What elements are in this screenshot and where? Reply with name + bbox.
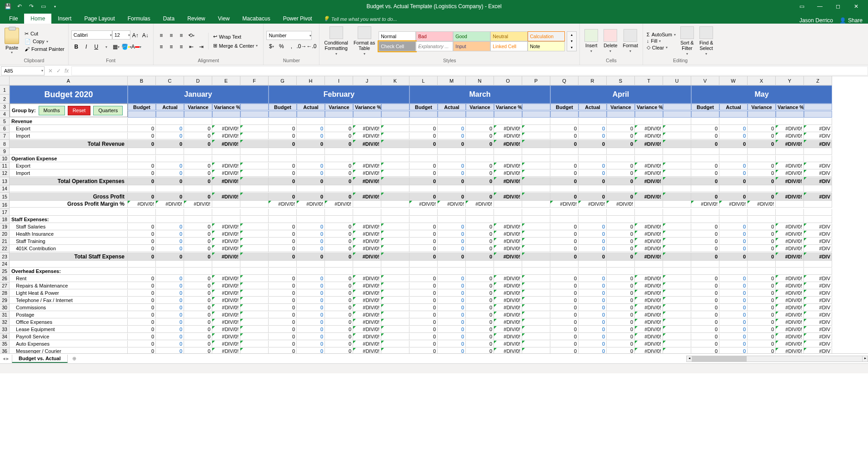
- cell[interactable]: [550, 261, 579, 268]
- cell[interactable]: 0: [607, 348, 635, 353]
- cell[interactable]: 0: [297, 193, 325, 201]
- row-header-21[interactable]: 21: [0, 238, 10, 245]
- cell[interactable]: 0: [579, 348, 607, 353]
- cell[interactable]: 0: [691, 238, 719, 245]
- cell[interactable]: #DIV/0!: [353, 341, 381, 347]
- cell-blank[interactable]: [212, 111, 240, 118]
- cell[interactable]: 0: [269, 341, 297, 347]
- row-label-31[interactable]: Postage: [10, 312, 128, 318]
- col-header-D[interactable]: D: [184, 76, 212, 85]
- cell[interactable]: 0: [579, 283, 607, 289]
- cell[interactable]: [522, 193, 550, 201]
- cell[interactable]: 0: [691, 253, 719, 261]
- cell[interactable]: 0: [297, 140, 325, 148]
- cell[interactable]: [466, 209, 494, 216]
- cell[interactable]: [466, 216, 494, 223]
- cell[interactable]: [184, 261, 212, 268]
- cell[interactable]: [325, 209, 353, 216]
- cell[interactable]: #DIV/0!: [494, 245, 522, 252]
- cell[interactable]: [240, 319, 269, 326]
- cell[interactable]: #DIV/0!: [635, 177, 663, 185]
- cell[interactable]: [128, 148, 156, 155]
- insert-cells-button[interactable]: Insert▾: [583, 28, 600, 54]
- cell[interactable]: #DIV/0!: [212, 283, 240, 289]
- cell[interactable]: 0: [297, 253, 325, 261]
- cell[interactable]: 0: [184, 133, 212, 139]
- cell[interactable]: 0: [719, 125, 748, 132]
- cell[interactable]: [240, 133, 269, 139]
- cell[interactable]: 0: [466, 341, 494, 347]
- cell[interactable]: 0: [128, 319, 156, 326]
- cell[interactable]: [748, 268, 776, 275]
- cell[interactable]: #DIV: [804, 348, 832, 353]
- cell[interactable]: [128, 185, 156, 192]
- section-10[interactable]: Operation Expense: [10, 155, 128, 162]
- cell-blank[interactable]: [297, 111, 325, 118]
- cell[interactable]: 0: [184, 312, 212, 318]
- cell[interactable]: 0: [325, 231, 353, 238]
- cell[interactable]: [184, 118, 212, 125]
- col-header-G[interactable]: G: [269, 76, 297, 85]
- cell[interactable]: [381, 125, 409, 132]
- total-label-23[interactable]: Total Staff Expense: [10, 253, 128, 261]
- cell[interactable]: [156, 268, 184, 275]
- cell[interactable]: [438, 216, 466, 223]
- cell[interactable]: [776, 268, 804, 275]
- cell[interactable]: #DIV/0!: [494, 290, 522, 297]
- cell[interactable]: 0: [607, 290, 635, 297]
- col-header-L[interactable]: L: [409, 76, 438, 85]
- cell[interactable]: [128, 209, 156, 216]
- cell[interactable]: #DIV: [804, 297, 832, 304]
- cell[interactable]: [522, 312, 550, 318]
- cell[interactable]: 0: [184, 333, 212, 340]
- cell[interactable]: #DIV/0!: [212, 231, 240, 238]
- cell[interactable]: [184, 185, 212, 192]
- cell[interactable]: #DIV/0!: [353, 304, 381, 311]
- row-header-7[interactable]: 7: [0, 133, 10, 140]
- redo-icon[interactable]: ↷: [26, 1, 36, 11]
- cell[interactable]: 0: [691, 319, 719, 326]
- align-left-button[interactable]: ≡: [156, 42, 166, 52]
- cell[interactable]: 0: [297, 326, 325, 333]
- cell[interactable]: 0: [297, 319, 325, 326]
- cell[interactable]: [240, 231, 269, 238]
- cell[interactable]: 0: [466, 231, 494, 238]
- minimize-icon[interactable]: —: [811, 0, 829, 13]
- cell[interactable]: [381, 133, 409, 139]
- cell[interactable]: 0: [691, 304, 719, 311]
- cell[interactable]: 0: [550, 170, 579, 177]
- cell[interactable]: 0: [550, 177, 579, 185]
- cell[interactable]: [522, 118, 550, 125]
- col-header-M[interactable]: M: [438, 76, 466, 85]
- cell[interactable]: [269, 118, 297, 125]
- cell[interactable]: 0: [156, 231, 184, 238]
- cell[interactable]: [212, 216, 240, 223]
- find-select-button[interactable]: Find & Select▾: [698, 25, 715, 57]
- cell[interactable]: [663, 223, 691, 230]
- cell[interactable]: [522, 261, 550, 268]
- col-header-Z[interactable]: Z: [804, 76, 832, 85]
- col-header-Q[interactable]: Q: [550, 76, 579, 85]
- cell[interactable]: #DIV: [804, 163, 832, 169]
- cell[interactable]: [719, 216, 748, 223]
- cell[interactable]: 0: [297, 304, 325, 311]
- cell[interactable]: [381, 231, 409, 238]
- cell[interactable]: 0: [438, 177, 466, 185]
- col-header-V[interactable]: V: [691, 76, 719, 85]
- row-label-19[interactable]: Staff Salaries: [10, 223, 128, 230]
- cell-blank[interactable]: [607, 111, 635, 118]
- align-right-button[interactable]: ≡: [176, 42, 186, 52]
- spreadsheet-area[interactable]: ABCDEFGHIJKLMNOPQRSTUVWXYZ1Budget 2020Ja…: [0, 76, 868, 353]
- cell[interactable]: 0: [325, 253, 353, 261]
- cell[interactable]: 0: [691, 312, 719, 318]
- qat-icon[interactable]: ▭: [38, 1, 48, 11]
- cell[interactable]: [438, 261, 466, 268]
- cell[interactable]: #DIV/0!: [212, 170, 240, 177]
- cell[interactable]: 0: [156, 319, 184, 326]
- cell[interactable]: #DIV/0!: [494, 163, 522, 169]
- cell[interactable]: #DIV/0!: [297, 201, 325, 208]
- cell[interactable]: [381, 177, 409, 185]
- cell[interactable]: 0: [719, 238, 748, 245]
- cell[interactable]: 0: [579, 231, 607, 238]
- cell[interactable]: 0: [719, 245, 748, 252]
